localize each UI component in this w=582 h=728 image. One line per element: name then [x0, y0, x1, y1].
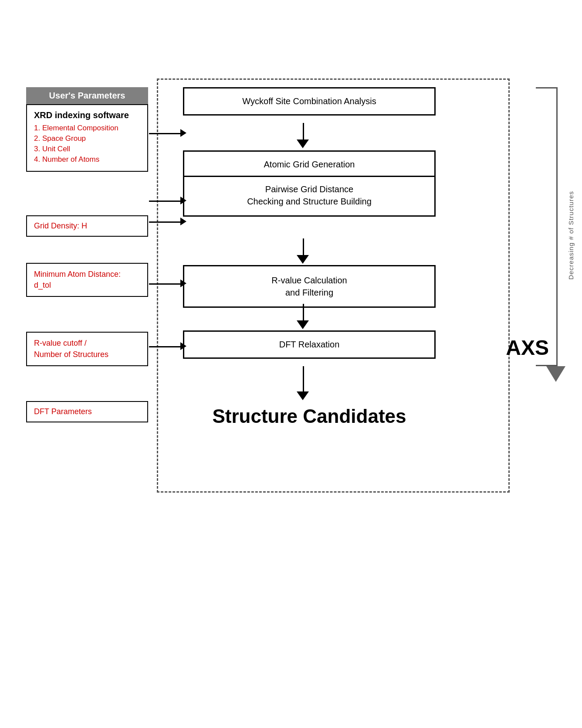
wyckoff-box: Wyckoff Site Combination Analysis [183, 87, 436, 116]
decreasing-top-connector [536, 87, 558, 88]
xrd-item-3: 3. Unit Cell [34, 145, 140, 153]
arrow-dft-to-candidates-head [297, 391, 309, 400]
decreasing-label-container: Decreasing # of Structures [558, 113, 582, 357]
arrow-min-atom-to-pairwise-head [180, 218, 186, 225]
xrd-list: 1. Elemental Composition 2. Space Group … [34, 124, 140, 164]
decreasing-label: Decreasing # of Structures [567, 191, 575, 280]
arrow-grid-density-to-atomic-line [149, 201, 182, 202]
left-column: User's Parameters XRD indexing software … [26, 87, 148, 430]
arrow-combined-to-rvalue-head [297, 255, 309, 264]
min-atom-distance-text: Minimum Atom Distance:d_tol [34, 270, 121, 289]
axs-label: AXS [506, 336, 549, 360]
xrd-box: XRD indexing software 1. Elemental Compo… [26, 104, 148, 172]
rvalue-box: R-value Calculationand Filtering [183, 265, 436, 308]
arrow-dft-to-candidates-line [303, 366, 304, 392]
arrow-min-atom-to-pairwise-line [149, 221, 182, 223]
arrow-wyckoff-to-grid-line [303, 123, 304, 140]
xrd-item-4: 4. Number of Atoms [34, 155, 140, 164]
arrow-xrd-to-wyckoff-line [149, 133, 182, 134]
arrow-rvalue-to-dft-line [303, 304, 304, 321]
users-params-header: User's Parameters [26, 87, 148, 104]
structure-candidates-label: Structure Candidates [139, 405, 479, 427]
xrd-title: XRD indexing software [34, 110, 140, 120]
grid-density-box: Grid Density: H [26, 215, 148, 237]
diagram-container: User's Parameters XRD indexing software … [26, 87, 558, 610]
rvalue-text: R-value Calculationand Filtering [271, 276, 347, 297]
dft-box: DFT Relaxation [183, 330, 436, 359]
arrow-grid-density-to-atomic-head [180, 197, 186, 204]
decreasing-big-arrow [546, 366, 565, 382]
pairwise-section: Pairwise Grid DistanceChecking and Struc… [184, 177, 434, 215]
arrow-rvalue-cutoff-to-rvalue-head [180, 279, 186, 287]
arrow-combined-to-rvalue-line [303, 238, 304, 256]
atomic-grid-section: Atomic Grid Generation [184, 152, 434, 177]
dft-flow-box: DFT Relaxation [183, 330, 436, 359]
arrow-xrd-to-wyckoff-head [180, 129, 186, 137]
arrow-rvalue-to-dft-head [297, 320, 309, 329]
xrd-item-2: 2. Space Group [34, 134, 140, 143]
combined-grid-pairwise-box: Atomic Grid Generation Pairwise Grid Dis… [183, 150, 436, 217]
wyckoff-flow-box: Wyckoff Site Combination Analysis [183, 87, 436, 116]
rvalue-flow-box: R-value Calculationand Filtering [183, 265, 436, 308]
xrd-item-1: 1. Elemental Composition [34, 124, 140, 133]
rvalue-cutoff-text: R-value cutoff /Number of Structures [34, 339, 108, 358]
arrow-rvalue-cutoff-to-rvalue-line [149, 283, 182, 285]
min-atom-distance-box: Minimum Atom Distance:d_tol [26, 263, 148, 297]
arrow-wyckoff-to-grid-head [297, 139, 309, 148]
arrow-dft-params-to-dft-line [149, 346, 182, 347]
dft-params-box: DFT Parameters [26, 401, 148, 422]
pairwise-text: Pairwise Grid DistanceChecking and Struc… [247, 184, 372, 206]
rvalue-cutoff-box: R-value cutoff /Number of Structures [26, 332, 148, 366]
arrow-dft-params-to-dft-head [180, 342, 186, 350]
